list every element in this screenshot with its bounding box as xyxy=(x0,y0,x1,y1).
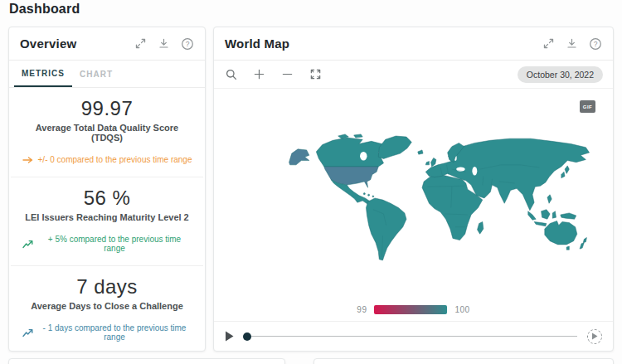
zoom-in-icon[interactable] xyxy=(252,67,266,81)
metric-label: Average Days to Close a Challenge xyxy=(22,301,192,311)
download-icon[interactable] xyxy=(157,36,171,51)
help-icon[interactable]: ? xyxy=(180,36,194,51)
legend-min: 99 xyxy=(357,305,367,314)
metric-days-to-close: 7 days Average Days to Close a Challenge… xyxy=(11,265,203,354)
metric-trend-text: - 1 days compared to the previous time r… xyxy=(37,323,192,342)
map-legend: 99 100 xyxy=(214,305,613,314)
world-map-panel: World Map ? xyxy=(213,27,614,352)
metric-trend: +/- 0 compared to the previous time rang… xyxy=(21,155,193,164)
download-icon[interactable] xyxy=(565,36,579,51)
slider-track[interactable] xyxy=(251,336,577,337)
world-map-actions: ? xyxy=(542,36,602,51)
tab-metrics[interactable]: METRICS xyxy=(14,61,72,87)
next-row-panel-right xyxy=(313,358,614,364)
legend-max: 100 xyxy=(454,305,469,314)
metric-label: Average Total Data Quality Score (TDQS) xyxy=(21,123,193,143)
overview-panel: Overview ? METRICS CHART xyxy=(8,27,206,352)
metric-label: LEI Issuers Reaching Maturity Level 2 xyxy=(22,212,192,222)
metric-tdqs: 99.97 Average Total Data Quality Score (… xyxy=(9,88,205,177)
svg-text:?: ? xyxy=(593,40,597,48)
search-icon[interactable] xyxy=(224,67,238,81)
map-region: GIF xyxy=(214,89,613,322)
world-map-svg xyxy=(280,112,595,286)
world-map-title: World Map xyxy=(225,36,289,51)
date-badge[interactable]: October 30, 2022 xyxy=(518,66,603,83)
svg-text:?: ? xyxy=(185,40,189,48)
help-icon[interactable]: ? xyxy=(588,36,602,51)
gif-export-button[interactable]: GIF xyxy=(580,100,595,113)
timeline-slider[interactable] xyxy=(243,332,577,341)
play-icon[interactable] xyxy=(225,331,235,342)
overview-header: Overview ? xyxy=(9,27,205,61)
metric-trend: + 5% compared to the previous time range xyxy=(22,235,192,253)
overview-actions: ? xyxy=(134,36,194,51)
overview-title: Overview xyxy=(20,36,76,51)
overview-tabs: METRICS CHART xyxy=(9,61,205,88)
map-tools xyxy=(224,67,323,81)
metric-value: 99.97 xyxy=(21,97,193,120)
world-map-chart[interactable] xyxy=(280,112,595,286)
metric-value: 56 % xyxy=(22,187,192,210)
timeline-player xyxy=(214,322,613,351)
fullscreen-icon[interactable] xyxy=(309,67,323,81)
trend-up-icon xyxy=(22,328,33,337)
loop-icon[interactable] xyxy=(587,329,602,344)
metric-lei-issuers: 56 % LEI Issuers Reaching Maturity Level… xyxy=(11,177,203,265)
flat-arrow-icon xyxy=(22,156,34,164)
tab-chart[interactable]: CHART xyxy=(72,61,120,87)
zoom-out-icon[interactable] xyxy=(280,67,294,81)
trend-up-icon xyxy=(22,240,33,249)
next-row-panel-left xyxy=(8,358,285,364)
expand-icon[interactable] xyxy=(134,36,148,51)
page-title: Dashboard xyxy=(9,2,80,17)
expand-icon[interactable] xyxy=(542,36,556,51)
world-map-header: World Map ? xyxy=(214,27,613,61)
map-toolbar: October 30, 2022 xyxy=(214,61,613,89)
metric-trend-text: +/- 0 compared to the previous time rang… xyxy=(38,155,192,164)
metric-trend: - 1 days compared to the previous time r… xyxy=(22,323,192,342)
slider-handle[interactable] xyxy=(243,332,251,341)
metric-value: 7 days xyxy=(22,275,192,298)
legend-gradient-bar xyxy=(374,305,447,314)
metric-trend-text: + 5% compared to the previous time range xyxy=(37,235,192,253)
